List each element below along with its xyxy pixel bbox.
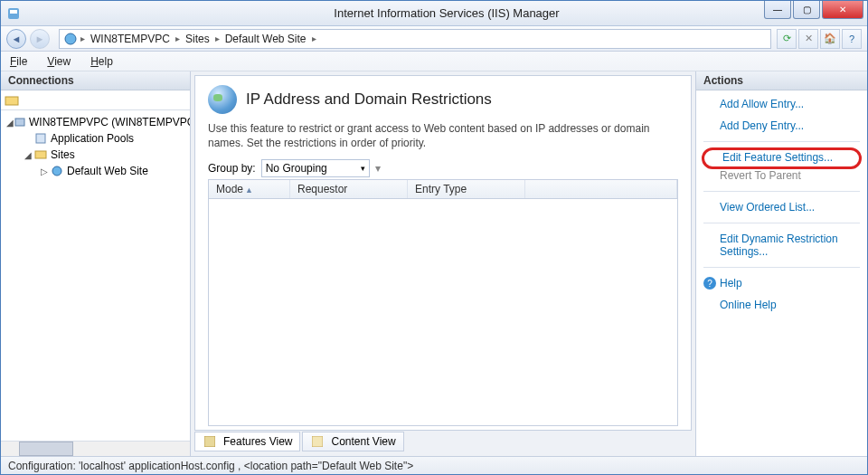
tree-sites-node[interactable]: ◢ Sites (3, 147, 188, 163)
separator (703, 223, 860, 223)
navbar: ◄ ► ▸ WIN8TEMPVPC ▸ Sites ▸ Default Web … (1, 26, 867, 52)
statusbar: Configuration: 'localhost' applicationHo… (1, 456, 867, 474)
svg-point-2 (65, 33, 76, 44)
stop-button[interactable]: ✕ (798, 29, 818, 49)
forward-button[interactable]: ► (30, 29, 50, 49)
actions-header: Actions (696, 71, 867, 90)
feature-globe-icon (208, 85, 237, 114)
menu-help[interactable]: Help (90, 55, 113, 68)
expand-icon[interactable]: ▷ (39, 166, 50, 176)
svg-rect-6 (35, 151, 46, 158)
action-edit-feature-settings[interactable]: Edit Feature Settings... (702, 147, 862, 169)
menu-file[interactable]: File (10, 55, 27, 68)
help-icon: ? (703, 277, 716, 290)
server-icon (14, 115, 26, 129)
chevron-right-icon: ▸ (312, 33, 316, 43)
maximize-button[interactable]: ▢ (793, 1, 820, 19)
separator (703, 141, 860, 142)
features-view-icon (203, 434, 217, 449)
breadcrumb-site[interactable]: Default Web Site (220, 33, 312, 45)
help-button[interactable]: ? (842, 29, 862, 49)
refresh-button[interactable]: ⟳ (777, 29, 797, 49)
action-help[interactable]: ? Help (700, 275, 863, 291)
tree-sites-label: Sites (51, 148, 75, 161)
restrictions-grid[interactable]: Mode▲ Requestor Entry Type (208, 179, 678, 426)
chevron-down-icon: ▾ (361, 164, 365, 173)
action-online-help[interactable]: Online Help (700, 297, 863, 313)
feature-title: IP Address and Domain Restrictions (246, 90, 492, 109)
connections-tree: ◢ WIN8TEMPVPC (WIN8TEMPVPC Application P… (1, 110, 190, 441)
svg-rect-4 (15, 119, 24, 126)
tree-defaultsite-node[interactable]: ▷ Default Web Site (3, 163, 188, 179)
column-requestor[interactable]: Requestor (290, 180, 408, 198)
titlebar: Internet Information Services (IIS) Mana… (1, 1, 867, 26)
address-bar[interactable]: ▸ WIN8TEMPVPC ▸ Sites ▸ Default Web Site… (59, 29, 771, 49)
svg-rect-9 (312, 436, 323, 447)
separator (703, 267, 860, 268)
svg-rect-5 (36, 134, 45, 143)
groupby-clear-button[interactable]: ▾ (375, 162, 381, 175)
column-entrytype[interactable]: Entry Type (408, 180, 525, 198)
globe-icon (50, 164, 64, 178)
tree-apppools-node[interactable]: Application Pools (3, 130, 188, 147)
menu-view[interactable]: View (47, 55, 71, 68)
content-view-icon (310, 434, 325, 449)
tree-defaultsite-label: Default Web Site (67, 165, 148, 177)
minimize-button[interactable]: — (764, 1, 791, 19)
center-panel: IP Address and Domain Restrictions Use t… (191, 71, 695, 456)
action-revert-to-parent: Revert To Parent (700, 167, 863, 184)
action-edit-dynamic-settings[interactable]: Edit Dynamic Restriction Settings... (700, 231, 863, 260)
connections-panel: Connections ◢ WIN8TEMPVPC (WIN8TEMPVPC A… (1, 71, 191, 456)
tree-apppools-label: Application Pools (51, 132, 134, 145)
groupby-label: Group by: (208, 162, 256, 175)
view-tabs: Features View Content View (194, 431, 692, 452)
apppools-icon (33, 131, 48, 146)
close-button[interactable]: ✕ (822, 1, 863, 19)
breadcrumb-sites[interactable]: Sites (180, 33, 215, 45)
folder-icon[interactable] (5, 93, 19, 108)
collapse-icon[interactable]: ◢ (23, 150, 33, 160)
status-text: Configuration: 'localhost' applicationHo… (8, 460, 413, 472)
action-add-allow[interactable]: Add Allow Entry... (700, 96, 863, 112)
home-button[interactable]: 🏠 (820, 29, 840, 49)
app-icon (6, 6, 21, 21)
grid-header: Mode▲ Requestor Entry Type (209, 180, 677, 199)
folder-icon (33, 147, 48, 162)
horizontal-scrollbar[interactable] (1, 441, 190, 456)
svg-rect-3 (5, 97, 18, 105)
menubar: File View Help (1, 52, 867, 71)
globe-icon (63, 32, 78, 46)
connections-header: Connections (1, 71, 190, 90)
groupby-select[interactable]: No Grouping ▾ (261, 159, 370, 177)
tree-server-node[interactable]: ◢ WIN8TEMPVPC (WIN8TEMPVPC (3, 114, 188, 130)
actions-panel: Actions Add Allow Entry... Add Deny Entr… (695, 71, 867, 456)
feature-description: Use this feature to restrict or grant ac… (208, 121, 678, 150)
back-button[interactable]: ◄ (6, 29, 26, 49)
groupby-value: No Grouping (266, 162, 327, 175)
action-add-deny[interactable]: Add Deny Entry... (700, 118, 863, 134)
tab-features-view[interactable]: Features View (194, 432, 300, 451)
window-title: Internet Information Services (IIS) Mana… (26, 6, 867, 20)
svg-rect-8 (204, 436, 215, 447)
column-spacer (525, 180, 677, 198)
scrollbar-thumb[interactable] (19, 442, 73, 456)
svg-point-7 (52, 166, 61, 176)
tab-content-view[interactable]: Content View (302, 432, 403, 451)
tree-server-label: WIN8TEMPVPC (WIN8TEMPVPC (29, 116, 190, 128)
connections-toolbar (1, 90, 190, 110)
separator (703, 191, 860, 192)
breadcrumb-host[interactable]: WIN8TEMPVPC (85, 33, 175, 45)
sort-asc-icon: ▲ (245, 185, 253, 195)
svg-rect-1 (10, 10, 17, 14)
action-view-ordered-list[interactable]: View Ordered List... (700, 199, 863, 215)
collapse-icon[interactable]: ◢ (6, 118, 14, 128)
column-mode[interactable]: Mode▲ (209, 180, 290, 198)
